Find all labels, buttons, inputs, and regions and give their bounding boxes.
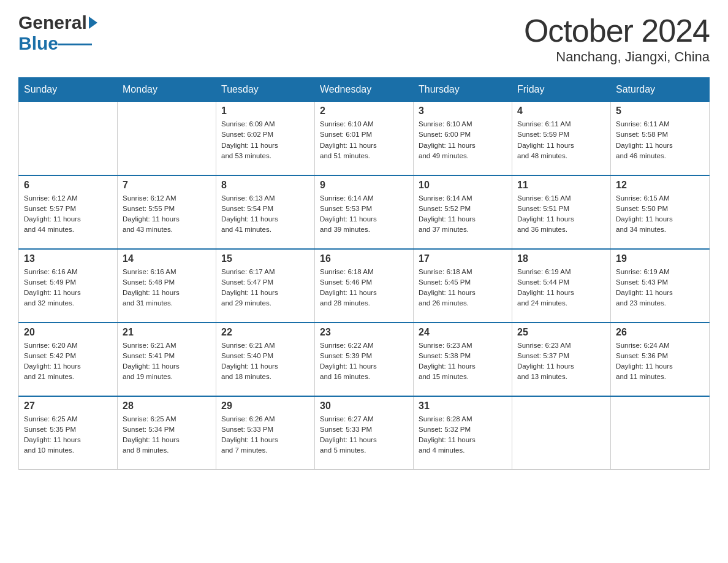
- day-info: Sunrise: 6:13 AM Sunset: 5:54 PM Dayligh…: [221, 193, 309, 236]
- calendar-cell: 30Sunrise: 6:27 AM Sunset: 5:33 PM Dayli…: [315, 396, 414, 470]
- day-number: 31: [419, 400, 507, 412]
- calendar-cell: 28Sunrise: 6:25 AM Sunset: 5:34 PM Dayli…: [118, 396, 216, 470]
- month-title: October 2024: [524, 12, 710, 49]
- day-number: 1: [221, 105, 309, 117]
- day-number: 27: [24, 400, 112, 412]
- day-info: Sunrise: 6:20 AM Sunset: 5:42 PM Dayligh…: [24, 340, 112, 383]
- day-info: Sunrise: 6:11 AM Sunset: 5:58 PM Dayligh…: [616, 119, 704, 161]
- calendar-cell: 29Sunrise: 6:26 AM Sunset: 5:33 PM Dayli…: [216, 396, 315, 470]
- day-number: 16: [320, 253, 408, 264]
- calendar-cell: 6Sunrise: 6:12 AM Sunset: 5:57 PM Daylig…: [19, 175, 118, 249]
- day-info: Sunrise: 6:09 AM Sunset: 6:02 PM Dayligh…: [221, 119, 309, 161]
- calendar-cell: 24Sunrise: 6:23 AM Sunset: 5:38 PM Dayli…: [414, 323, 512, 396]
- day-info: Sunrise: 6:16 AM Sunset: 5:48 PM Dayligh…: [123, 267, 211, 309]
- week-row-3: 13Sunrise: 6:16 AM Sunset: 5:49 PM Dayli…: [19, 249, 710, 323]
- calendar-cell: 23Sunrise: 6:22 AM Sunset: 5:39 PM Dayli…: [315, 323, 414, 396]
- day-number: 30: [320, 400, 408, 412]
- day-info: Sunrise: 6:22 AM Sunset: 5:39 PM Dayligh…: [320, 340, 408, 383]
- calendar-cell: [512, 396, 611, 470]
- calendar-cell: 16Sunrise: 6:18 AM Sunset: 5:46 PM Dayli…: [315, 249, 414, 323]
- day-number: 7: [123, 180, 211, 191]
- calendar-cell: 1Sunrise: 6:09 AM Sunset: 6:02 PM Daylig…: [216, 102, 315, 175]
- weekday-header-saturday: Saturday: [611, 78, 710, 102]
- day-info: Sunrise: 6:21 AM Sunset: 5:41 PM Dayligh…: [123, 340, 211, 383]
- calendar-cell: 7Sunrise: 6:12 AM Sunset: 5:55 PM Daylig…: [118, 175, 216, 249]
- day-info: Sunrise: 6:12 AM Sunset: 5:55 PM Dayligh…: [123, 193, 211, 236]
- day-number: 21: [123, 327, 211, 338]
- day-info: Sunrise: 6:28 AM Sunset: 5:32 PM Dayligh…: [419, 414, 507, 456]
- week-row-5: 27Sunrise: 6:25 AM Sunset: 5:35 PM Dayli…: [19, 396, 710, 470]
- logo-arrow-icon: [89, 17, 97, 29]
- day-number: 22: [221, 327, 309, 338]
- calendar-cell: 25Sunrise: 6:23 AM Sunset: 5:37 PM Dayli…: [512, 323, 611, 396]
- day-number: 19: [616, 253, 704, 264]
- calendar-cell: 4Sunrise: 6:11 AM Sunset: 5:59 PM Daylig…: [512, 102, 611, 175]
- day-info: Sunrise: 6:18 AM Sunset: 5:46 PM Dayligh…: [320, 267, 408, 309]
- day-number: 23: [320, 327, 408, 338]
- calendar-cell: [611, 396, 710, 470]
- day-number: 9: [320, 180, 408, 191]
- title-block: October 2024 Nanchang, Jiangxi, China: [524, 12, 710, 65]
- calendar-cell: 20Sunrise: 6:20 AM Sunset: 5:42 PM Dayli…: [19, 323, 118, 396]
- day-number: 17: [419, 253, 507, 264]
- day-info: Sunrise: 6:16 AM Sunset: 5:49 PM Dayligh…: [24, 267, 112, 309]
- day-info: Sunrise: 6:18 AM Sunset: 5:45 PM Dayligh…: [419, 267, 507, 309]
- day-number: 12: [616, 180, 704, 191]
- page-header: General Blue October 2024 Nanchang, Jian…: [18, 12, 710, 65]
- day-number: 15: [221, 253, 309, 264]
- day-info: Sunrise: 6:15 AM Sunset: 5:50 PM Dayligh…: [616, 193, 704, 236]
- day-info: Sunrise: 6:25 AM Sunset: 5:34 PM Dayligh…: [123, 414, 211, 456]
- weekday-header-row: SundayMondayTuesdayWednesdayThursdayFrid…: [19, 78, 710, 102]
- day-info: Sunrise: 6:11 AM Sunset: 5:59 PM Dayligh…: [517, 119, 605, 161]
- day-info: Sunrise: 6:21 AM Sunset: 5:40 PM Dayligh…: [221, 340, 309, 383]
- calendar-cell: 3Sunrise: 6:10 AM Sunset: 6:00 PM Daylig…: [414, 102, 512, 175]
- weekday-header-wednesday: Wednesday: [315, 78, 414, 102]
- day-number: 13: [24, 253, 112, 264]
- day-info: Sunrise: 6:10 AM Sunset: 6:00 PM Dayligh…: [419, 119, 507, 161]
- day-number: 25: [517, 327, 605, 338]
- day-number: 18: [517, 253, 605, 264]
- calendar-cell: 26Sunrise: 6:24 AM Sunset: 5:36 PM Dayli…: [611, 323, 710, 396]
- calendar-cell: 8Sunrise: 6:13 AM Sunset: 5:54 PM Daylig…: [216, 175, 315, 249]
- calendar-cell: 18Sunrise: 6:19 AM Sunset: 5:44 PM Dayli…: [512, 249, 611, 323]
- calendar-cell: 13Sunrise: 6:16 AM Sunset: 5:49 PM Dayli…: [19, 249, 118, 323]
- calendar-cell: 5Sunrise: 6:11 AM Sunset: 5:58 PM Daylig…: [611, 102, 710, 175]
- location: Nanchang, Jiangxi, China: [524, 49, 710, 65]
- calendar-cell: [19, 102, 118, 175]
- calendar-cell: 19Sunrise: 6:19 AM Sunset: 5:43 PM Dayli…: [611, 249, 710, 323]
- weekday-header-friday: Friday: [512, 78, 611, 102]
- day-number: 26: [616, 327, 704, 338]
- week-row-1: 1Sunrise: 6:09 AM Sunset: 6:02 PM Daylig…: [19, 102, 710, 175]
- day-info: Sunrise: 6:15 AM Sunset: 5:51 PM Dayligh…: [517, 193, 605, 236]
- logo-blue-text: Blue: [18, 33, 58, 54]
- calendar-cell: 21Sunrise: 6:21 AM Sunset: 5:41 PM Dayli…: [118, 323, 216, 396]
- day-info: Sunrise: 6:24 AM Sunset: 5:36 PM Dayligh…: [616, 340, 704, 383]
- weekday-header-tuesday: Tuesday: [216, 78, 315, 102]
- calendar-cell: 12Sunrise: 6:15 AM Sunset: 5:50 PM Dayli…: [611, 175, 710, 249]
- day-number: 24: [419, 327, 507, 338]
- calendar-cell: 2Sunrise: 6:10 AM Sunset: 6:01 PM Daylig…: [315, 102, 414, 175]
- day-info: Sunrise: 6:17 AM Sunset: 5:47 PM Dayligh…: [221, 267, 309, 309]
- calendar-cell: 27Sunrise: 6:25 AM Sunset: 5:35 PM Dayli…: [19, 396, 118, 470]
- day-number: 6: [24, 180, 112, 191]
- day-info: Sunrise: 6:19 AM Sunset: 5:44 PM Dayligh…: [517, 267, 605, 309]
- weekday-header-thursday: Thursday: [414, 78, 512, 102]
- calendar-cell: 22Sunrise: 6:21 AM Sunset: 5:40 PM Dayli…: [216, 323, 315, 396]
- week-row-2: 6Sunrise: 6:12 AM Sunset: 5:57 PM Daylig…: [19, 175, 710, 249]
- day-number: 10: [419, 180, 507, 191]
- logo-underline: [58, 44, 92, 45]
- day-info: Sunrise: 6:25 AM Sunset: 5:35 PM Dayligh…: [24, 414, 112, 456]
- logo-general-text: General: [18, 12, 87, 33]
- calendar-cell: 17Sunrise: 6:18 AM Sunset: 5:45 PM Dayli…: [414, 249, 512, 323]
- day-info: Sunrise: 6:14 AM Sunset: 5:53 PM Dayligh…: [320, 193, 408, 236]
- day-info: Sunrise: 6:26 AM Sunset: 5:33 PM Dayligh…: [221, 414, 309, 456]
- day-number: 3: [419, 105, 507, 117]
- calendar-cell: 9Sunrise: 6:14 AM Sunset: 5:53 PM Daylig…: [315, 175, 414, 249]
- day-number: 2: [320, 105, 408, 117]
- day-number: 8: [221, 180, 309, 191]
- day-info: Sunrise: 6:12 AM Sunset: 5:57 PM Dayligh…: [24, 193, 112, 236]
- day-info: Sunrise: 6:27 AM Sunset: 5:33 PM Dayligh…: [320, 414, 408, 456]
- day-number: 29: [221, 400, 309, 412]
- logo: General Blue: [18, 12, 97, 54]
- day-info: Sunrise: 6:14 AM Sunset: 5:52 PM Dayligh…: [419, 193, 507, 236]
